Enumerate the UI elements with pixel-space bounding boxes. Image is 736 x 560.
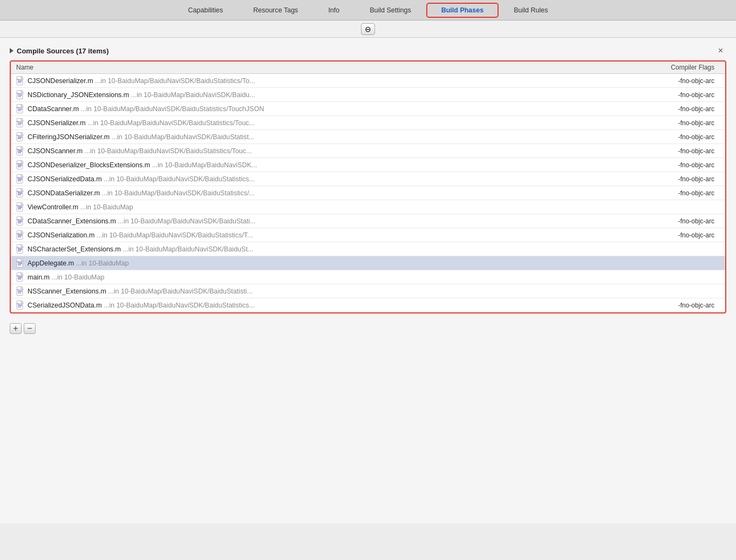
row-filepath: ...in 10-BaiduMap (50, 274, 104, 281)
filter-button[interactable]: ⊖ (361, 23, 375, 35)
row-name: CJSONSerializedData.m ...in 10-BaiduMap/… (28, 175, 650, 183)
column-name-header: Name (16, 64, 650, 71)
file-icon: m (16, 90, 25, 100)
tab-item-build-rules[interactable]: Build Rules (499, 3, 563, 18)
table-body: m CJSONDeserializer.m ...in 10-BaiduMap/… (11, 74, 725, 312)
file-icon: m (16, 174, 25, 184)
svg-text:m: m (17, 232, 18, 234)
file-icon: m (16, 146, 25, 156)
row-flags: -fno-objc-arc (650, 217, 720, 225)
row-name: main.m ...in 10-BaiduMap (28, 274, 650, 281)
add-button[interactable]: + (10, 323, 22, 334)
row-name: NSScanner_Extensions.m ...in 10-BaiduMap… (28, 288, 650, 295)
compile-sources-table: Name Compiler Flags m CJSONDeserializer.… (10, 60, 726, 313)
section-header: Compile Sources (17 items) × (10, 45, 726, 56)
table-row[interactable]: m CSerializedJSONData.m ...in 10-BaiduMa… (11, 298, 725, 312)
table-row[interactable]: m CJSONScanner.m ...in 10-BaiduMap/Baidu… (11, 144, 725, 158)
svg-text:m: m (17, 246, 18, 248)
row-name: CJSONDataSerializer.m ...in 10-BaiduMap/… (28, 189, 650, 197)
table-row[interactable]: m ViewController.m ...in 10-BaiduMap (11, 200, 725, 214)
row-filepath: ...in 10-BaiduMap/BaiduNaviSDK/BaiduSt..… (121, 245, 253, 253)
row-name: AppDelegate.m ...in 10-BaiduMap (28, 259, 650, 267)
table-row[interactable]: m CJSONSerializedData.m ...in 10-BaiduMa… (11, 172, 725, 186)
row-flags: -fno-objc-arc (650, 105, 720, 113)
row-name: ViewController.m ...in 10-BaiduMap (28, 203, 650, 211)
row-filepath: ...in 10-BaiduMap/BaiduNaviSDK/BaiduStat… (83, 147, 251, 155)
row-flags: -fno-objc-arc (650, 91, 720, 99)
row-filename: CJSONSerialization.m (28, 231, 94, 239)
row-name: CJSONSerializer.m ...in 10-BaiduMap/Baid… (28, 119, 650, 127)
table-header: Name Compiler Flags (11, 62, 725, 74)
triangle-icon[interactable] (10, 48, 13, 53)
row-filepath: ...in 10-BaiduMap/BaiduNaviSDK... (150, 161, 257, 169)
file-icon: m (16, 188, 25, 198)
table-row[interactable]: m NSCharacterSet_Extensions.m ...in 10-B… (11, 242, 725, 256)
row-filename: CJSONSerializedData.m (28, 175, 102, 183)
row-name: CSerializedJSONData.m ...in 10-BaiduMap/… (28, 302, 650, 309)
row-name: CJSONScanner.m ...in 10-BaiduMap/BaiduNa… (28, 147, 650, 155)
row-filepath: ...in 10-BaiduMap/BaiduNaviSDK/BaiduStat… (102, 302, 255, 309)
row-flags: -fno-objc-arc (650, 175, 720, 183)
table-row[interactable]: m CJSONDataSerializer.m ...in 10-BaiduMa… (11, 186, 725, 200)
row-flags: -fno-objc-arc (650, 119, 720, 127)
row-filepath: ...in 10-BaiduMap/BaiduNaviSDK/BaiduStat… (116, 217, 255, 225)
row-name: CFilteringJSONSerializer.m ...in 10-Baid… (28, 133, 650, 141)
svg-text:m: m (17, 106, 18, 108)
row-filename: CJSONScanner.m (28, 147, 83, 155)
table-row[interactable]: m CFilteringJSONSerializer.m ...in 10-Ba… (11, 130, 725, 144)
row-filename: NSCharacterSet_Extensions.m (28, 245, 121, 253)
row-filepath: ...in 10-BaiduMap/BaiduNaviSDK/BaiduStat… (102, 175, 255, 183)
svg-text:m: m (17, 176, 18, 178)
row-filename: AppDelegate.m (28, 259, 74, 267)
row-name: CJSONDeserializer_BlocksExtensions.m ...… (28, 161, 650, 169)
tab-item-resource-tags[interactable]: Resource Tags (238, 3, 313, 18)
row-filepath: ...in 10-BaiduMap/BaiduNaviSDK/BaiduStat… (106, 288, 253, 295)
column-flags-header: Compiler Flags (650, 64, 720, 71)
remove-button[interactable]: − (24, 323, 36, 334)
bottom-bar: + − (10, 320, 726, 337)
row-filepath: ...in 10-BaiduMap (74, 259, 128, 267)
svg-text:m: m (17, 148, 18, 150)
row-name: NSDictionary_JSONExtensions.m ...in 10-B… (28, 91, 650, 99)
row-filename: main.m (28, 274, 50, 281)
toolbar-row: ⊖ (0, 21, 736, 38)
row-filename: ViewController.m (28, 203, 78, 211)
tab-item-build-phases[interactable]: Build Phases (426, 3, 499, 18)
row-filepath: ...in 10-BaiduMap/BaiduNaviSDK/BaiduStat… (79, 105, 264, 113)
row-filepath: ...in 10-BaiduMap/BaiduNaviSDK/Baidu... (129, 91, 255, 99)
row-flags: -fno-objc-arc (650, 133, 720, 141)
row-filename: CJSONDeserializer_BlocksExtensions.m (28, 161, 150, 169)
row-filename: CJSONSerializer.m (28, 119, 86, 127)
row-filepath: ...in 10-BaiduMap/BaiduNaviSDK/BaiduStat… (94, 231, 253, 239)
svg-text:m: m (17, 134, 18, 136)
file-icon: m (16, 202, 25, 212)
table-row[interactable]: m CDataScanner.m ...in 10-BaiduMap/Baidu… (11, 102, 725, 116)
row-filepath: ...in 10-BaiduMap/BaiduNaviSDK/BaiduStat… (93, 77, 255, 85)
row-name: CJSONSerialization.m ...in 10-BaiduMap/B… (28, 231, 650, 239)
row-filename: CFilteringJSONSerializer.m (28, 133, 110, 141)
row-flags: -fno-objc-arc (650, 161, 720, 169)
file-icon: m (16, 244, 25, 254)
close-button[interactable]: × (715, 45, 726, 56)
table-row[interactable]: m AppDelegate.m ...in 10-BaiduMap (11, 256, 725, 270)
row-filename: CJSONDataSerializer.m (28, 189, 100, 197)
table-row[interactable]: m main.m ...in 10-BaiduMap (11, 270, 725, 284)
file-icon: m (16, 160, 25, 170)
row-filename: NSDictionary_JSONExtensions.m (28, 91, 129, 99)
tab-item-info[interactable]: Info (313, 3, 355, 18)
tab-item-build-settings[interactable]: Build Settings (355, 3, 426, 18)
row-name: CDataScanner_Extensions.m ...in 10-Baidu… (28, 217, 650, 225)
svg-text:m: m (17, 162, 18, 164)
table-row[interactable]: m CJSONSerialization.m ...in 10-BaiduMap… (11, 228, 725, 242)
table-row[interactable]: m CJSONDeserializer.m ...in 10-BaiduMap/… (11, 74, 725, 88)
table-row[interactable]: m CDataScanner_Extensions.m ...in 10-Bai… (11, 214, 725, 228)
row-flags: -fno-objc-arc (650, 77, 720, 85)
file-icon: m (16, 216, 25, 226)
table-row[interactable]: m CJSONSerializer.m ...in 10-BaiduMap/Ba… (11, 116, 725, 130)
tab-item-capabilities[interactable]: Capabilities (173, 3, 238, 18)
svg-text:m: m (17, 274, 18, 276)
table-row[interactable]: m NSDictionary_JSONExtensions.m ...in 10… (11, 88, 725, 102)
row-flags: -fno-objc-arc (650, 231, 720, 239)
table-row[interactable]: m CJSONDeserializer_BlocksExtensions.m .… (11, 158, 725, 172)
table-row[interactable]: m NSScanner_Extensions.m ...in 10-BaiduM… (11, 284, 725, 298)
